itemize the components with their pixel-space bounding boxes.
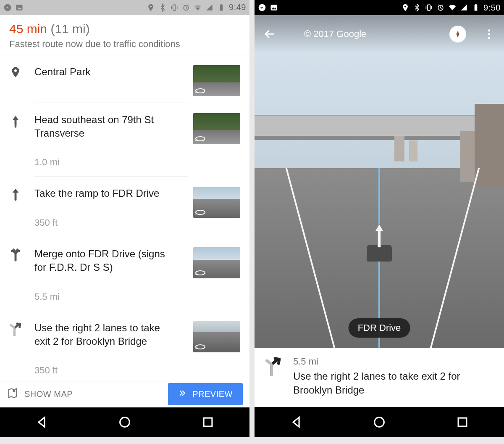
- nav-home-icon[interactable]: [112, 410, 137, 435]
- nav-forward-arrow-icon[interactable]: [373, 223, 386, 248]
- status-time: 9:49: [229, 3, 246, 12]
- svg-rect-4: [173, 5, 176, 10]
- show-map-label: SHOW MAP: [24, 389, 73, 399]
- next-direction-card: 5.5 mi Use the right 2 lanes to take exi…: [255, 348, 504, 407]
- direction-step[interactable]: Use the right 2 lanes to take exit 2 for…: [9, 311, 240, 381]
- step-body: Take the ramp to FDR Drive350 ft: [34, 187, 188, 237]
- route-header: 45 min (11 mi) Fastest route now due to …: [0, 15, 249, 55]
- bluetooth-icon: [413, 3, 421, 12]
- panorama-icon: [195, 209, 206, 216]
- merge-icon: [9, 247, 34, 262]
- photo-icon: [15, 3, 24, 12]
- svg-point-16: [404, 5, 406, 7]
- preview-label: PREVIEW: [192, 389, 233, 399]
- battery-icon: [217, 3, 226, 12]
- panorama-icon: [195, 135, 206, 143]
- step-text: Merge onto FDR Drive (signs for F.D.R. D…: [34, 247, 169, 275]
- svg-rect-21: [475, 5, 478, 11]
- panorama-icon: [195, 87, 206, 95]
- route-title: 45 min (11 mi): [9, 22, 240, 36]
- directions-list[interactable]: Central ParkHead southeast on 79th St Tr…: [0, 55, 249, 381]
- step-body: Central Park: [34, 65, 188, 103]
- step-text: Use the right 2 lanes to take exit 2 for…: [34, 321, 169, 349]
- show-map-button[interactable]: SHOW MAP: [7, 387, 73, 401]
- road-label-chip: FDR Drive: [349, 318, 410, 338]
- streetview-thumbnail[interactable]: [193, 321, 240, 352]
- svg-rect-17: [428, 5, 430, 10]
- signal-icon: [205, 3, 214, 12]
- direction-step[interactable]: Central Park: [9, 55, 240, 103]
- svg-rect-14: [271, 5, 277, 10]
- direction-step[interactable]: Merge onto FDR Drive (signs for F.D.R. D…: [9, 237, 240, 311]
- svg-rect-9: [220, 4, 222, 5]
- location-icon: [147, 3, 155, 12]
- streetview-panel[interactable]: © 2017 Google FDR Drive: [255, 15, 504, 348]
- step-text: Take the ramp to FDR Drive: [34, 187, 169, 200]
- depart-icon: [9, 113, 34, 128]
- streetview-scene: [255, 15, 504, 348]
- photo-icon: [270, 3, 278, 12]
- step-distance: 350 ft: [34, 217, 188, 228]
- signal-icon: [460, 3, 468, 12]
- vibrate-icon: [170, 3, 178, 12]
- wifi-icon: [448, 3, 457, 12]
- streetview-thumbnail[interactable]: [193, 247, 240, 278]
- nav-recents-icon[interactable]: [195, 410, 220, 435]
- status-time: 9:50: [483, 3, 501, 13]
- messenger-icon: [258, 3, 266, 12]
- phone-left: 9:49 45 min (11 mi) Fastest route now du…: [0, 0, 249, 437]
- step-distance: 350 ft: [34, 365, 188, 376]
- bottom-action-bar: SHOW MAP PREVIEW: [0, 381, 249, 407]
- step-distance: 1.0 mi: [34, 157, 188, 168]
- fork-r-icon: [9, 321, 34, 336]
- back-button[interactable]: [262, 26, 277, 42]
- vibrate-icon: [425, 3, 433, 12]
- streetview-thumbnail[interactable]: [193, 65, 240, 96]
- chevrons-right-icon: [178, 389, 186, 399]
- location-icon: [401, 3, 410, 12]
- direction-step[interactable]: Take the ramp to FDR Drive350 ft: [9, 177, 240, 237]
- streetview-top-bar: © 2017 Google: [255, 15, 504, 53]
- step-text: Central Park: [34, 65, 169, 79]
- nav-recents-icon[interactable]: [450, 410, 475, 435]
- status-bar-right: 9:50: [255, 0, 504, 15]
- panorama-icon: [195, 269, 206, 277]
- map-icon: [7, 387, 18, 401]
- next-direction-distance: 5.5 mi: [293, 356, 494, 367]
- streetview-thumbnail[interactable]: [193, 187, 240, 218]
- streetview-copyright: © 2017 Google: [304, 29, 366, 40]
- panorama-icon: [195, 343, 206, 351]
- svg-point-10: [13, 390, 16, 393]
- step-body: Use the right 2 lanes to take exit 2 for…: [34, 321, 188, 381]
- svg-rect-22: [475, 4, 476, 5]
- alarm-icon: [436, 3, 445, 12]
- nav-back-icon[interactable]: [284, 410, 309, 435]
- svg-point-25: [375, 418, 384, 427]
- battery-icon: [472, 3, 480, 12]
- svg-point-3: [150, 5, 152, 7]
- pin-icon: [9, 65, 34, 80]
- route-distance: (11 mi): [50, 22, 89, 36]
- svg-rect-26: [458, 418, 467, 426]
- android-nav-bar-right: [255, 407, 504, 437]
- svg-rect-1: [16, 5, 23, 10]
- nav-home-icon[interactable]: [367, 410, 392, 435]
- direction-step[interactable]: Head southeast on 79th St Transverse1.0 …: [9, 103, 240, 177]
- status-bar-left: 9:49: [0, 0, 249, 15]
- compass-button[interactable]: [449, 26, 466, 42]
- step-body: Head southeast on 79th St Transverse1.0 …: [34, 113, 188, 177]
- overflow-menu-button[interactable]: [481, 26, 496, 42]
- alarm-icon: [182, 3, 190, 12]
- android-nav-bar-left: [0, 407, 249, 437]
- next-direction-text: Use the right 2 lanes to take exit 2 for…: [293, 370, 494, 397]
- route-time: 45 min: [9, 22, 47, 36]
- messenger-icon: [3, 3, 12, 12]
- step-text: Head southeast on 79th St Transverse: [34, 113, 169, 140]
- nav-back-icon[interactable]: [29, 410, 54, 435]
- streetview-thumbnail[interactable]: [193, 113, 240, 144]
- bluetooth-icon: [158, 3, 167, 12]
- preview-button[interactable]: PREVIEW: [168, 383, 243, 405]
- step-body: Merge onto FDR Drive (signs for F.D.R. D…: [34, 247, 188, 311]
- step-distance: 5.5 mi: [34, 291, 188, 302]
- wifi-icon: [194, 3, 202, 12]
